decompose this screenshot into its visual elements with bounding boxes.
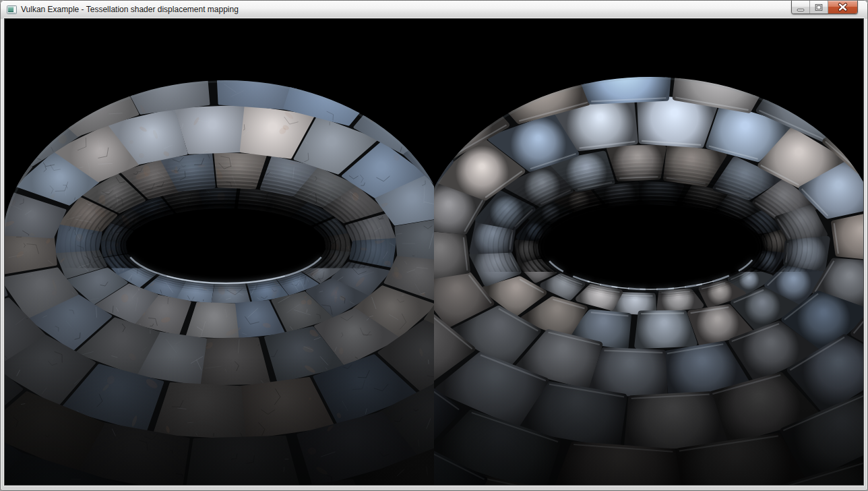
title-bar[interactable]: Vulkan Example - Tessellation shader dis…	[1, 1, 867, 19]
app-icon	[7, 5, 18, 16]
close-icon	[828, 1, 857, 14]
maximize-icon	[810, 1, 828, 14]
close-button[interactable]	[828, 1, 857, 13]
minimize-icon	[792, 1, 809, 14]
maximize-button[interactable]	[810, 1, 828, 13]
caption-button-group	[791, 1, 858, 14]
render-viewport[interactable]	[5, 19, 863, 485]
viewport-frame	[5, 19, 863, 485]
window-title: Vulkan Example - Tessellation shader dis…	[21, 5, 239, 14]
vulkan-example-window: Vulkan Example - Tessellation shader dis…	[0, 0, 868, 491]
minimize-button[interactable]	[792, 1, 810, 13]
